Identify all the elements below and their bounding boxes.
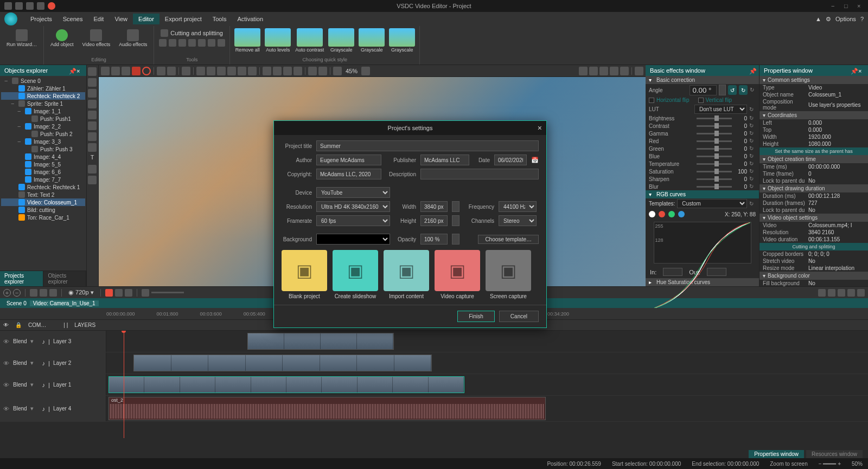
align-icon[interactable] [207,67,215,75]
copy-icon[interactable] [111,67,120,75]
prop-value[interactable]: Colosseum.mp4; I [808,222,865,228]
background-select[interactable] [316,234,390,245]
prop-value[interactable]: 00:00:12.128 [808,193,865,199]
maximize-icon[interactable]: □ [844,3,851,9]
grid-icon[interactable] [610,67,618,75]
cancel-button[interactable]: Cancel [499,311,539,322]
breadcrumb-item[interactable]: Video: Camera_In_Use_1 [30,300,99,306]
redo-icon[interactable] [167,67,176,75]
tree-item[interactable]: −Scene 0 [1,77,85,85]
eye-icon[interactable]: 👁 [3,406,10,412]
close-panel-icon[interactable]: × [76,68,82,73]
chevron-down-icon[interactable] [361,67,370,75]
menu-item-activation[interactable]: Activation [232,14,269,24]
pointer-tool-icon[interactable] [88,67,97,76]
rotate-cw-icon[interactable]: ↻ [739,85,748,95]
lock-icon[interactable]: 🔒 [15,322,22,328]
video-clip[interactable] [247,333,394,350]
prop-value[interactable]: 1080.000 [808,141,865,147]
gamma-slider[interactable] [697,133,732,134]
tool-icon[interactable] [40,289,47,297]
prop-value[interactable]: Video [808,85,865,91]
prop-value[interactable]: Colosseum_1 [808,92,865,98]
prop-value[interactable]: No [808,207,865,213]
rect-tool-icon[interactable] [88,78,97,87]
paste-icon[interactable] [122,67,130,75]
tool-icon[interactable] [49,289,57,297]
pen-tool-icon[interactable] [88,111,97,119]
prop-value[interactable]: 0.000 [808,120,865,126]
video-clip[interactable] [133,355,432,371]
blur-slider[interactable] [697,186,732,188]
grid-icon[interactable] [620,67,629,75]
help-icon[interactable]: ? [860,16,864,22]
ribbon-button[interactable]: Add object [48,28,76,49]
tree-item[interactable]: Push: Push1 [1,115,85,123]
tree-item[interactable]: Push: Push 2 [1,130,85,138]
tree-item[interactable]: Rechteck: Rechteck 1 [1,183,85,191]
device-select[interactable]: YouTube [316,187,390,198]
ribbon-button[interactable]: Audio effects [117,28,149,49]
prop-value[interactable]: 00:06:13.155 [808,236,865,242]
description-input[interactable] [420,169,539,179]
prop-value[interactable]: No [808,258,865,264]
choose-template-button[interactable]: Choose template… [478,235,539,244]
reset-icon[interactable]: ↻ [750,87,756,93]
menu-item-tools[interactable]: Tools [207,14,232,24]
curve-blue-dot[interactable] [678,211,685,217]
hand-tool-icon[interactable] [88,121,97,130]
eye-icon[interactable]: 👁 [3,322,9,328]
prop-value[interactable]: No [808,280,865,286]
curve-white-dot[interactable] [649,211,655,217]
tree-item[interactable]: Text: Text 2 [1,191,85,198]
style-thumb[interactable]: Auto levels [265,28,291,53]
opacity-spinner[interactable] [452,234,459,245]
tree-item[interactable]: Zähler: Zähler 1 [1,85,85,92]
tool-icon[interactable] [198,39,206,47]
add-marker-icon[interactable]: + [3,289,11,297]
circle-icon[interactable] [142,67,151,75]
dialog-titlebar[interactable]: Project's settings × [274,121,546,135]
resolution-select[interactable]: Ultra HD 4K 3840x2160 pixels (16 [316,201,390,212]
track-content[interactable] [106,374,868,395]
run-wizard-button[interactable]: Run Wizard… [4,28,39,49]
warning-icon[interactable]: ▲ [815,16,821,22]
tree-item[interactable]: Rechteck: Rechteck 2 [1,92,85,100]
text-tool-icon[interactable]: T [88,154,97,163]
opacity-input[interactable] [420,234,448,245]
next-frame-icon[interactable] [847,289,855,297]
rgb-curves-header[interactable]: ▾RGB curves [646,190,759,198]
reset-icon[interactable]: ↻ [749,168,756,175]
video-clip[interactable] [108,376,464,393]
remove-marker-icon[interactable]: − [13,289,21,297]
template-create-slideshow[interactable]: ▣Create slideshow [333,250,378,299]
tree-item[interactable]: Video: Colosseum_1 [1,198,85,206]
align-icon[interactable] [196,67,205,75]
skip-start-icon[interactable] [818,289,826,297]
ribbon-button[interactable]: Video effects [80,28,113,49]
copyright-input[interactable] [316,169,381,179]
align-icon[interactable] [227,67,236,75]
menu-item-view[interactable]: View [109,14,133,24]
eye-icon[interactable]: 👁 [3,382,10,388]
tool-icon[interactable] [308,67,317,75]
gear-icon[interactable]: ⚙ [826,16,831,23]
menu-item-edit[interactable]: Edit [88,14,109,24]
prev-frame-icon[interactable] [828,289,835,297]
pin-icon[interactable]: 📌 [69,68,74,73]
temperature-slider[interactable] [697,163,732,165]
arrow-icon[interactable] [263,67,271,75]
menu-item-scenes[interactable]: Scenes [58,14,88,24]
cutting-splitting-button[interactable]: Cutting and splitting [760,243,868,250]
move-icon[interactable] [333,67,342,75]
height-input[interactable] [420,215,448,226]
tool-icon[interactable] [169,39,176,47]
author-input[interactable] [316,155,381,165]
volume-slider[interactable] [151,292,184,293]
publisher-input[interactable] [420,155,469,165]
prop-value[interactable]: 3840 2160 [808,229,865,235]
tool-icon[interactable] [208,39,215,47]
saturation-slider[interactable] [697,171,732,172]
set-same-size-button[interactable]: Set the same size as the parent has [760,147,868,155]
objects-tree[interactable]: −Scene 0Zähler: Zähler 1Rechteck: Rechte… [0,76,86,271]
